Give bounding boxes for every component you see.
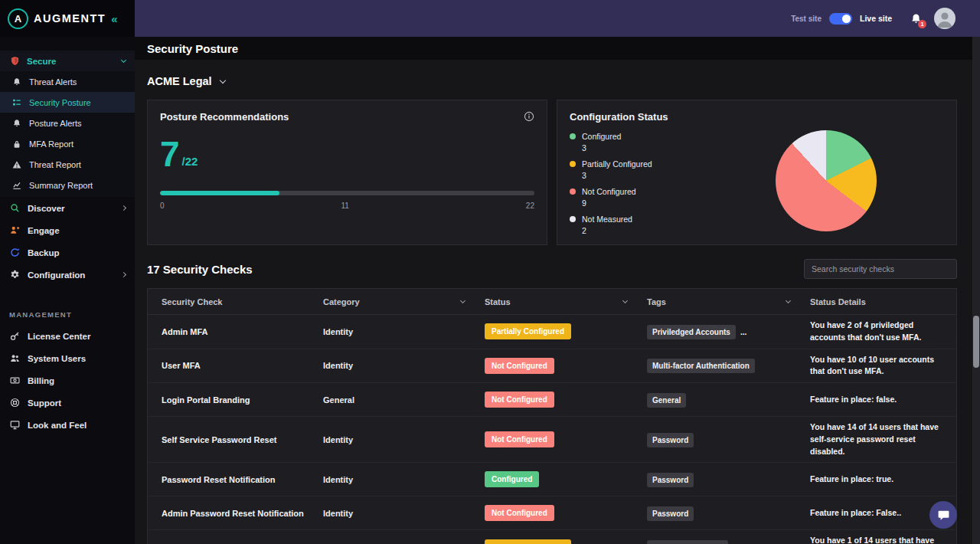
live-site-label: Live site (860, 14, 892, 23)
test-site-label: Test site (791, 15, 822, 23)
status-badge: Not Configured (485, 431, 554, 447)
scrollbar[interactable] (972, 37, 980, 544)
table-row[interactable]: Self Service Password Reset Identity Not… (148, 417, 956, 463)
progress-fill (160, 191, 279, 195)
sidebar-item-engage[interactable]: Engage (0, 219, 135, 241)
legend-label: Not Configured (582, 187, 636, 196)
config-pie-chart (776, 130, 877, 231)
sidebar-item-discover[interactable]: Discover (0, 197, 135, 219)
secure-subnav: Threat Alerts Security Posture Posture A… (0, 71, 135, 195)
sidebar-item-mfa-report[interactable]: MFA Report (0, 133, 135, 154)
sidebar-item-look-and-feel[interactable]: Look and Feel (0, 414, 135, 436)
chart-icon (11, 179, 22, 191)
sidebar-item-label: Summary Report (29, 181, 93, 190)
scale-min: 0 (160, 202, 165, 210)
legend-dot (570, 188, 576, 195)
column-label: Category (323, 297, 360, 306)
sidebar-item-license-center[interactable]: License Center (0, 325, 135, 347)
warning-icon (11, 159, 22, 170)
sidebar-item-label: MFA Report (29, 139, 74, 149)
table-row[interactable]: User MFA Identity Not Configured Multi-f… (148, 349, 956, 384)
notification-badge: 1 (918, 20, 926, 28)
tag-pill: Priviledged Accounts (647, 325, 736, 339)
legend-item: Configured 3 (570, 132, 652, 152)
bell-icon (11, 76, 22, 87)
column-header-category[interactable]: Category (323, 289, 485, 314)
support-icon (9, 397, 21, 408)
sidebar-item-secure[interactable]: Secure (0, 51, 135, 71)
legend-dot (570, 161, 576, 167)
sidebar-item-label: System Users (28, 354, 86, 363)
column-header-tags[interactable]: Tags (647, 289, 810, 314)
sidebar-item-summary-report[interactable]: Summary Report (0, 175, 135, 195)
sidebar-item-billing[interactable]: Billing (0, 369, 135, 392)
table-row[interactable]: Admin MFA Identity Partially Configured … (148, 315, 956, 349)
legend-value: 3 (582, 143, 621, 152)
sidebar-item-label: Threat Report (29, 160, 81, 169)
backup-icon (9, 247, 21, 258)
sidebar-collapse-icon[interactable]: « (111, 12, 117, 25)
sidebar-item-configuration[interactable]: Configuration (0, 264, 135, 286)
table-row[interactable]: Admin Password Reset Notification Identi… (148, 496, 956, 530)
secure-group: Secure Threat Alerts Security Posture Po… (0, 51, 135, 197)
configuration-status-card: Configuration Status Configured 3 Partia… (557, 100, 957, 245)
score-value: 7 (160, 139, 180, 170)
sidebar-item-support[interactable]: Support (0, 392, 135, 414)
column-label: Status Details (810, 297, 866, 306)
check-name: Self Service Password Reset (162, 435, 323, 444)
sidebar-item-label: License Center (28, 332, 90, 341)
page-title-bar: Security Posture (135, 37, 980, 60)
sidebar-item-label: Configuration (28, 270, 85, 280)
sidebar-item-posture-alerts[interactable]: Posture Alerts (0, 113, 135, 133)
check-category: Identity (323, 475, 485, 484)
sidebar-item-threat-alerts[interactable]: Threat Alerts (0, 71, 135, 92)
chat-button[interactable] (929, 501, 957, 529)
status-details: Feature in place: false. (810, 389, 956, 411)
table-row[interactable]: Login Portal Branding General Not Config… (148, 383, 956, 417)
table-row[interactable]: Block Legacy Authentication Identity Par… (148, 530, 956, 544)
table-row[interactable]: Password Reset Notification Identity Con… (148, 463, 956, 496)
status-badge: Not Configured (485, 505, 554, 521)
status-badge: Not Configured (485, 358, 554, 374)
site-toggle[interactable] (829, 13, 852, 25)
sidebar: A AUGMENTT « Secure Threat Alerts Securi… (0, 0, 135, 544)
discover-icon (9, 202, 21, 214)
check-category: Identity (323, 327, 485, 336)
sidebar-item-security-posture[interactable]: Security Posture (0, 92, 135, 113)
toggle-knob (842, 15, 851, 23)
sidebar-item-threat-report[interactable]: Threat Report (0, 154, 135, 175)
column-header-status[interactable]: Status (485, 289, 647, 314)
app-root: A AUGMENTT « Secure Threat Alerts Securi… (0, 0, 980, 544)
legend-label: Partially Configured (582, 159, 652, 169)
avatar[interactable] (934, 8, 956, 29)
table-header: Security Check Category Status Tags Stat… (148, 289, 956, 315)
legend-label: Configured (582, 132, 621, 141)
engage-icon (9, 224, 21, 236)
check-category: Identity (323, 435, 485, 444)
check-name: User MFA (162, 361, 323, 370)
check-name: Password Reset Notification (162, 475, 323, 484)
main-column: Test site Live site 1 Security Posture A… (135, 0, 980, 544)
logo-text: AUGMENTT (34, 12, 106, 25)
page-title: Security Posture (147, 42, 238, 55)
status-details: You have 1 of 14 users that have legacy (810, 530, 956, 544)
sidebar-item-backup[interactable]: Backup (0, 241, 135, 264)
sidebar-item-label: Threat Alerts (29, 77, 77, 87)
monitor-icon (9, 419, 21, 431)
checks-header: 17 Security Checks (147, 259, 957, 279)
chevron-down-icon (219, 77, 225, 84)
chevron-down-icon (121, 57, 126, 63)
search-input[interactable] (804, 259, 957, 279)
sidebar-item-label: Support (28, 398, 61, 408)
legend-dot (570, 216, 576, 222)
billing-icon (9, 375, 21, 386)
sidebar-item-system-users[interactable]: System Users (0, 347, 135, 369)
user-icon (934, 8, 956, 29)
progress-bar (160, 191, 534, 195)
info-icon[interactable] (524, 111, 534, 125)
score-total: /22 (182, 155, 198, 168)
notifications-button[interactable]: 1 (910, 13, 922, 25)
scrollbar-thumb[interactable] (973, 316, 979, 368)
org-selector[interactable]: ACME Legal (147, 75, 225, 87)
sidebar-item-label: Posture Alerts (29, 119, 81, 128)
